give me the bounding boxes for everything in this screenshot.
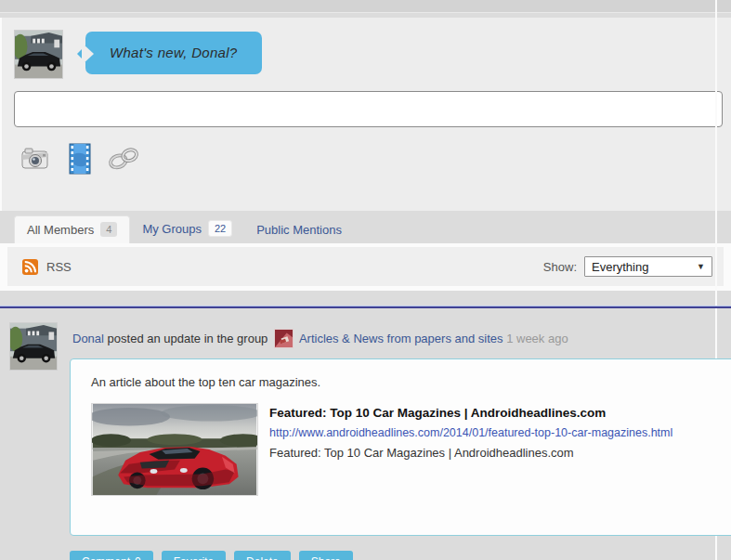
link-preview: Featured: Top 10 Car Magazines | Android… [91, 403, 717, 496]
activity-timestamp: 1 week ago [506, 332, 568, 345]
activity-item: Donal posted an update in the group Arti… [0, 308, 731, 560]
top-band [0, 0, 731, 13]
delete-label: Delete [246, 555, 279, 560]
show-filter-label: Show: [543, 260, 577, 274]
comment-button[interactable]: Comment 0 [70, 551, 153, 560]
link-icon[interactable] [107, 143, 140, 175]
tab-count-badge: 22 [208, 220, 232, 237]
feed-bar: RSS Show: Everything ▼ [7, 247, 724, 286]
link-preview-image[interactable] [91, 403, 258, 496]
tab-label: My Groups [142, 222, 202, 236]
activity-author-avatar[interactable] [9, 322, 58, 371]
whats-new-input[interactable] [14, 91, 723, 127]
author-link[interactable]: Donal [72, 332, 104, 345]
rss-feed-link[interactable]: RSS [22, 259, 72, 275]
whats-new-prompt-bubble: What's new, Donal? [85, 32, 262, 74]
activity-list-divider [0, 306, 731, 308]
preview-title: Featured: Top 10 Car Magazines | Android… [269, 406, 672, 420]
rss-label: RSS [46, 260, 72, 274]
dropdown-arrow-icon: ▼ [697, 262, 705, 271]
share-button[interactable]: Share [299, 551, 353, 560]
favorite-button[interactable]: Favorite [162, 551, 226, 560]
group-avatar-icon[interactable] [274, 329, 294, 348]
tab-content-panel: RSS Show: Everything ▼ [0, 243, 731, 291]
filter-selected-value: Everything [592, 260, 648, 274]
whats-new-panel: What's new, Donal? [0, 18, 731, 211]
tab-public-mentions[interactable]: Public Mentions [244, 217, 354, 243]
show-filter-select[interactable]: Everything ▼ [584, 256, 712, 277]
tab-label: Public Mentions [256, 223, 342, 237]
tab-count-badge: 4 [100, 222, 117, 237]
activity-content-box: An article about the top ten car magazin… [70, 358, 731, 536]
comment-label: Comment [82, 555, 130, 560]
delete-button[interactable]: Delete [234, 551, 291, 560]
activity-tabs: All Members 4 My Groups 22 Public Mentio… [0, 218, 731, 243]
tab-my-groups[interactable]: My Groups 22 [130, 215, 244, 243]
video-icon[interactable] [63, 143, 97, 175]
tab-all-members[interactable]: All Members 4 [14, 215, 130, 243]
action-text: posted an update in the group [108, 332, 268, 345]
user-avatar[interactable] [14, 30, 63, 79]
preview-url-link[interactable]: http://www.androidheadlines.com/2014/01/… [269, 426, 672, 439]
whats-new-prompt: What's new, Donal? [110, 45, 238, 60]
comment-count: 0 [135, 555, 141, 560]
bubble-tail-notch [82, 43, 94, 65]
rss-icon [22, 259, 38, 275]
share-label: Share [311, 555, 341, 560]
camera-icon[interactable] [20, 143, 53, 175]
favorite-label: Favorite [174, 555, 214, 560]
activity-header: Donal posted an update in the group Arti… [72, 322, 731, 348]
group-link[interactable]: Articles & News from papers and sites [299, 332, 503, 345]
preview-description: Featured: Top 10 Car Magazines | Android… [269, 446, 672, 460]
tab-label: All Members [27, 223, 94, 237]
activity-body-text: An article about the top ten car magazin… [91, 375, 717, 389]
activity-actions: Comment 0 Favorite Delete Share [70, 551, 731, 560]
